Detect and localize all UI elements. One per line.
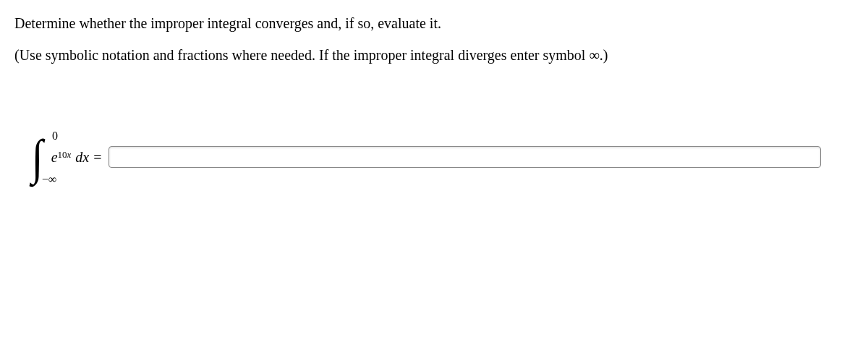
integral-glyph: ∫ xyxy=(31,134,43,180)
exponent-var: x xyxy=(67,149,72,160)
integrand-exponent: 10x xyxy=(58,149,72,161)
instruction-line-1: Determine whether the improper integral … xyxy=(14,13,854,33)
instruction-line-2: (Use symbolic notation and fractions whe… xyxy=(14,45,854,65)
answer-input[interactable] xyxy=(109,146,821,168)
equals-sign: = xyxy=(93,149,101,166)
question-row: ∫ 0 −∞ e 10x dx = xyxy=(30,134,854,180)
differential: dx xyxy=(75,149,89,166)
integral-upper-limit: 0 xyxy=(52,130,58,143)
integral-sign: ∫ 0 −∞ xyxy=(30,134,44,180)
exponent-coeff: 10 xyxy=(58,149,67,160)
integral-expression: ∫ 0 −∞ e 10x dx = xyxy=(30,134,109,180)
integral-lower-limit: −∞ xyxy=(42,173,56,186)
integrand: e 10x dx = xyxy=(51,149,109,166)
integrand-base: e xyxy=(51,149,58,166)
